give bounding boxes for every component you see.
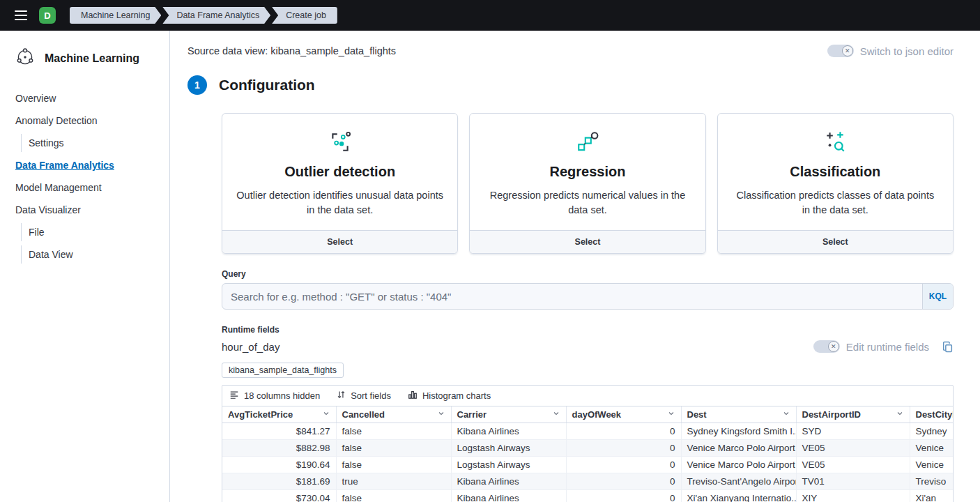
card-description: Classification predicts classes of data … (732, 188, 939, 218)
table-cell[interactable]: $882.98 (222, 440, 336, 457)
column-header-label: AvgTicketPrice (228, 409, 293, 420)
main-content: Source data view: kibana_sample_data_fli… (171, 31, 980, 502)
card-regression[interactable]: Regression Regression predicts numerical… (469, 113, 705, 254)
classification-icon (732, 130, 939, 154)
table-cell[interactable]: VE05 (796, 457, 910, 473)
job-type-cards: Outlier detection Outlier detection iden… (222, 113, 954, 254)
table-cell[interactable]: Venice (910, 440, 953, 457)
table-cell[interactable]: 0 (566, 440, 681, 457)
card-title: Classification (732, 164, 939, 180)
table-cell[interactable]: $190.64 (222, 457, 336, 473)
table-cell[interactable]: Kibana Airlines (451, 490, 566, 502)
column-header-avgticketprice[interactable]: AvgTicketPrice (222, 406, 336, 423)
json-editor-toggle[interactable]: ✕ Switch to json editor (827, 45, 954, 57)
table-cell[interactable]: SYD (796, 423, 910, 440)
histogram-charts-label: Histogram charts (422, 390, 491, 401)
chevron-down-icon[interactable] (322, 409, 330, 420)
table-cell[interactable]: $181.69 (222, 473, 336, 490)
card-classification[interactable]: Classification Classification predicts c… (717, 113, 954, 254)
runtime-field-value: hour_of_day (222, 341, 280, 353)
table-cell[interactable]: 0 (566, 473, 681, 490)
column-header-cancelled[interactable]: Cancelled (336, 406, 451, 423)
table-cell[interactable]: Xi'an Xianyang Internatio... (681, 490, 796, 502)
sidebar-item-model-management[interactable]: Model Management (15, 178, 160, 197)
table-cell[interactable]: Logstash Airways (451, 457, 566, 473)
sidebar-item-data-visualizer[interactable]: Data Visualizer (15, 201, 160, 219)
edit-runtime-fields-label: Edit runtime fields (846, 341, 929, 353)
select-outlier-detection-button[interactable]: Select (222, 230, 457, 253)
table-cell[interactable]: Venice Marco Polo Airport (681, 457, 796, 473)
table-cell[interactable]: Kibana Airlines (451, 423, 566, 440)
column-header-destcityname[interactable]: DestCityName (910, 406, 953, 423)
table-cell[interactable]: Logstash Airways (451, 440, 566, 457)
table-cell[interactable]: 0 (566, 457, 681, 473)
step-number-badge: 1 (187, 75, 207, 95)
table-cell[interactable]: false (336, 457, 451, 473)
chevron-down-icon[interactable] (552, 409, 560, 420)
space-avatar[interactable]: D (39, 7, 56, 24)
chevron-down-icon[interactable] (667, 409, 675, 420)
card-description: Outlier detection identifies unusual dat… (236, 188, 443, 218)
menu-icon[interactable] (8, 3, 33, 28)
table-cell[interactable]: Sydney Kingsford Smith I... (681, 423, 796, 440)
table-cell[interactable]: false (336, 440, 451, 457)
edit-runtime-fields-switch[interactable]: ✕ (813, 340, 840, 353)
json-editor-switch[interactable]: ✕ (827, 45, 854, 57)
column-header-dayofweek[interactable]: dayOfWeek (566, 406, 681, 423)
column-header-destairportid[interactable]: DestAirportID (796, 406, 910, 423)
columns-hidden-button[interactable]: 18 columns hidden (229, 390, 320, 402)
select-regression-button[interactable]: Select (470, 230, 705, 253)
sidebar-item-data-view[interactable]: Data View (21, 245, 160, 264)
table-cell[interactable]: Kibana Airlines (451, 473, 566, 490)
sidebar-item-overview[interactable]: Overview (15, 89, 160, 107)
histogram-charts-button[interactable]: Histogram charts (408, 390, 491, 402)
data-grid-toolbar: 18 columns hidden Sort fields (222, 386, 953, 406)
data-view-badge: kibana_sample_data_flights (222, 363, 344, 378)
breadcrumb-data-frame-analytics[interactable]: Data Frame Analytics (162, 7, 270, 24)
table-cell[interactable]: VE05 (796, 440, 910, 457)
card-outlier-detection[interactable]: Outlier detection Outlier detection iden… (222, 113, 458, 254)
table-cell[interactable]: false (336, 423, 451, 440)
breadcrumb-machine-learning[interactable]: Machine Learning (70, 7, 161, 24)
query-search-input[interactable] (222, 283, 954, 310)
table-cell[interactable]: $730.04 (222, 490, 336, 502)
column-header-label: DestAirportID (802, 409, 862, 420)
column-header-carrier[interactable]: Carrier (451, 406, 566, 423)
select-classification-button[interactable]: Select (718, 230, 953, 253)
card-description: Regression predicts numerical values in … (484, 188, 691, 218)
edit-runtime-fields-toggle[interactable]: ✕ Edit runtime fields (813, 340, 929, 353)
table-cell[interactable]: Xi'an (910, 490, 953, 502)
table-cell[interactable]: Treviso (910, 473, 953, 490)
table-cell[interactable]: TV01 (796, 473, 910, 490)
table-cell[interactable]: $841.27 (222, 423, 336, 440)
sort-fields-label: Sort fields (351, 390, 391, 401)
table-cell[interactable]: Venice (910, 457, 953, 473)
chevron-down-icon[interactable] (437, 409, 445, 420)
column-header-dest[interactable]: Dest (681, 406, 796, 423)
sidebar-item-data-frame-analytics[interactable]: Data Frame Analytics (15, 156, 160, 174)
chevron-down-icon[interactable] (782, 409, 790, 420)
table-cell[interactable]: XIY (796, 490, 910, 502)
table-cell[interactable]: Treviso-Sant'Angelo Airport (681, 473, 796, 490)
chevron-down-icon[interactable] (896, 409, 904, 420)
table-cell[interactable]: Venice Marco Polo Airport (681, 440, 796, 457)
table-cell[interactable]: 0 (566, 490, 681, 502)
grid-header-row: AvgTicketPriceCancelledCarrierdayOfWeekD… (222, 406, 953, 423)
table-row: $190.64falseLogstash Airways0Venice Marc… (222, 457, 953, 473)
sidebar-item-file[interactable]: File (21, 223, 160, 241)
copy-icon[interactable] (942, 341, 954, 353)
sidebar-item-anomaly-detection[interactable]: Anomaly Detection (15, 112, 160, 130)
sidebar-item-settings[interactable]: Settings (21, 134, 160, 152)
table-cell[interactable]: true (336, 473, 451, 490)
table-cell[interactable]: 0 (566, 423, 681, 440)
source-data-view-label: Source data view: kibana_sample_data_fli… (187, 45, 396, 56)
sidebar-nav: OverviewAnomaly DetectionSettingsData Fr… (15, 89, 160, 264)
switch-cross-icon: ✕ (842, 45, 853, 56)
sidebar: Machine Learning OverviewAnomaly Detecti… (0, 31, 170, 502)
table-cell[interactable]: false (336, 490, 451, 502)
column-header-label: dayOfWeek (572, 409, 622, 420)
kql-language-button[interactable]: KQL (922, 284, 953, 309)
sort-fields-button[interactable]: Sort fields (337, 390, 391, 402)
switch-cross-icon: ✕ (828, 341, 839, 352)
table-cell[interactable]: Sydney (910, 423, 953, 440)
